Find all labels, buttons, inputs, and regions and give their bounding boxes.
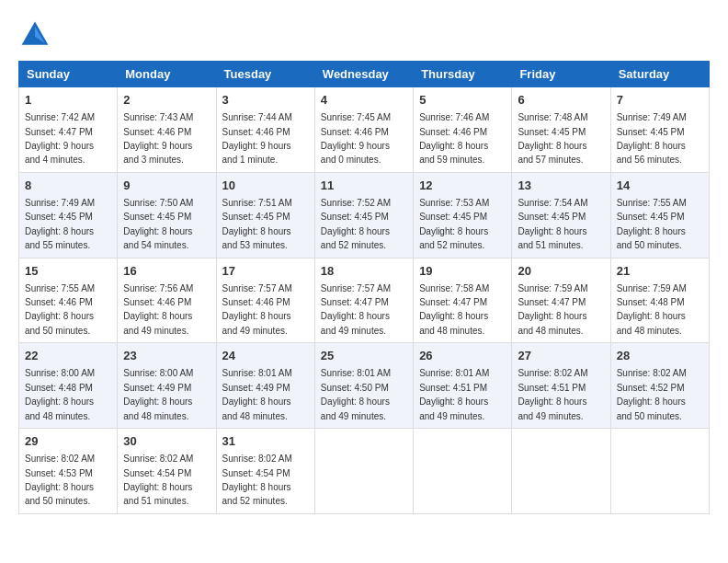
- calendar-cell: 25 Sunrise: 8:01 AMSunset: 4:50 PMDaylig…: [314, 343, 413, 429]
- day-number: 23: [123, 348, 210, 364]
- calendar-cell: 7 Sunrise: 7:49 AMSunset: 4:45 PMDayligh…: [610, 87, 709, 173]
- calendar-cell: 20 Sunrise: 7:59 AMSunset: 4:47 PMDaylig…: [512, 258, 610, 343]
- day-number: 1: [25, 92, 111, 109]
- day-info: Sunrise: 8:02 AMSunset: 4:54 PMDaylight:…: [222, 454, 292, 506]
- day-info: Sunrise: 8:01 AMSunset: 4:50 PMDaylight:…: [321, 368, 391, 420]
- calendar-cell: 9 Sunrise: 7:50 AMSunset: 4:45 PMDayligh…: [118, 172, 216, 258]
- day-number: 9: [123, 178, 210, 194]
- calendar-cell: 17 Sunrise: 7:57 AMSunset: 4:46 PMDaylig…: [216, 258, 314, 343]
- page-header: [18, 18, 710, 52]
- day-info: Sunrise: 8:01 AMSunset: 4:51 PMDaylight:…: [419, 368, 489, 420]
- column-header-sunday: Sunday: [19, 62, 118, 87]
- day-number: 13: [518, 178, 604, 194]
- day-info: Sunrise: 7:46 AMSunset: 4:46 PMDaylight:…: [419, 112, 489, 165]
- day-info: Sunrise: 7:55 AMSunset: 4:45 PMDaylight:…: [617, 198, 687, 250]
- calendar-cell: 18 Sunrise: 7:57 AMSunset: 4:47 PMDaylig…: [314, 258, 413, 343]
- day-number: 20: [518, 263, 604, 280]
- day-info: Sunrise: 7:48 AMSunset: 4:45 PMDaylight:…: [518, 112, 587, 165]
- calendar-cell: 12 Sunrise: 7:53 AMSunset: 4:45 PMDaylig…: [414, 172, 512, 258]
- day-number: 18: [321, 263, 407, 280]
- calendar-week-5: 29 Sunrise: 8:02 AMSunset: 4:53 PMDaylig…: [19, 429, 710, 514]
- day-info: Sunrise: 7:52 AMSunset: 4:45 PMDaylight:…: [321, 198, 391, 250]
- day-number: 22: [25, 348, 111, 364]
- calendar-cell: [512, 429, 610, 514]
- day-info: Sunrise: 7:49 AMSunset: 4:45 PMDaylight:…: [617, 112, 687, 165]
- calendar-table: SundayMondayTuesdayWednesdayThursdayFrid…: [18, 61, 710, 514]
- calendar-week-1: 1 Sunrise: 7:42 AMSunset: 4:47 PMDayligh…: [19, 87, 710, 173]
- calendar-cell: 27 Sunrise: 8:02 AMSunset: 4:51 PMDaylig…: [512, 343, 610, 429]
- calendar-cell: 1 Sunrise: 7:42 AMSunset: 4:47 PMDayligh…: [19, 87, 118, 173]
- day-number: 11: [321, 178, 407, 194]
- day-info: Sunrise: 7:42 AMSunset: 4:47 PMDaylight:…: [25, 112, 95, 165]
- calendar-cell: 19 Sunrise: 7:58 AMSunset: 4:47 PMDaylig…: [414, 258, 512, 343]
- day-info: Sunrise: 7:55 AMSunset: 4:46 PMDaylight:…: [25, 283, 95, 336]
- calendar-cell: 15 Sunrise: 7:55 AMSunset: 4:46 PMDaylig…: [19, 258, 118, 343]
- day-number: 16: [123, 263, 210, 280]
- day-number: 14: [617, 178, 703, 194]
- day-number: 8: [25, 178, 111, 194]
- day-info: Sunrise: 7:56 AMSunset: 4:46 PMDaylight:…: [123, 283, 193, 336]
- calendar-cell: 13 Sunrise: 7:54 AMSunset: 4:45 PMDaylig…: [512, 172, 610, 258]
- day-info: Sunrise: 7:57 AMSunset: 4:46 PMDaylight:…: [222, 283, 292, 336]
- column-header-tuesday: Tuesday: [216, 62, 314, 87]
- day-info: Sunrise: 7:54 AMSunset: 4:45 PMDaylight:…: [518, 198, 587, 250]
- column-header-saturday: Saturday: [610, 62, 709, 87]
- day-number: 21: [617, 263, 703, 280]
- calendar-cell: 16 Sunrise: 7:56 AMSunset: 4:46 PMDaylig…: [118, 258, 216, 343]
- column-header-monday: Monday: [118, 62, 216, 87]
- day-number: 15: [25, 263, 111, 280]
- day-number: 26: [419, 348, 506, 364]
- day-info: Sunrise: 7:50 AMSunset: 4:45 PMDaylight:…: [123, 198, 193, 250]
- calendar-week-2: 8 Sunrise: 7:49 AMSunset: 4:45 PMDayligh…: [19, 172, 710, 258]
- calendar-cell: 3 Sunrise: 7:44 AMSunset: 4:46 PMDayligh…: [216, 87, 314, 173]
- day-number: 17: [222, 263, 309, 280]
- day-info: Sunrise: 7:51 AMSunset: 4:45 PMDaylight:…: [222, 198, 292, 250]
- day-number: 27: [518, 348, 604, 364]
- day-number: 5: [419, 92, 506, 109]
- calendar-cell: 6 Sunrise: 7:48 AMSunset: 4:45 PMDayligh…: [512, 87, 610, 173]
- column-header-wednesday: Wednesday: [314, 62, 413, 87]
- day-number: 31: [222, 433, 309, 450]
- calendar-cell: 24 Sunrise: 8:01 AMSunset: 4:49 PMDaylig…: [216, 343, 314, 429]
- day-number: 28: [617, 348, 703, 364]
- calendar-cell: 30 Sunrise: 8:02 AMSunset: 4:54 PMDaylig…: [118, 429, 216, 514]
- day-number: 10: [222, 178, 309, 194]
- day-info: Sunrise: 8:02 AMSunset: 4:53 PMDaylight:…: [25, 454, 95, 506]
- day-info: Sunrise: 7:53 AMSunset: 4:45 PMDaylight:…: [419, 198, 489, 250]
- day-info: Sunrise: 7:49 AMSunset: 4:45 PMDaylight:…: [25, 198, 95, 250]
- day-info: Sunrise: 8:00 AMSunset: 4:49 PMDaylight:…: [123, 368, 193, 420]
- day-info: Sunrise: 8:00 AMSunset: 4:48 PMDaylight:…: [25, 368, 95, 420]
- day-info: Sunrise: 7:43 AMSunset: 4:46 PMDaylight:…: [123, 112, 193, 165]
- calendar-week-3: 15 Sunrise: 7:55 AMSunset: 4:46 PMDaylig…: [19, 258, 710, 343]
- calendar-cell: 26 Sunrise: 8:01 AMSunset: 4:51 PMDaylig…: [414, 343, 512, 429]
- logo-icon: [18, 18, 51, 52]
- calendar-cell: 23 Sunrise: 8:00 AMSunset: 4:49 PMDaylig…: [118, 343, 216, 429]
- day-info: Sunrise: 8:01 AMSunset: 4:49 PMDaylight:…: [222, 368, 292, 420]
- calendar-cell: [414, 429, 512, 514]
- logo: [18, 18, 55, 52]
- day-info: Sunrise: 7:59 AMSunset: 4:48 PMDaylight:…: [617, 283, 687, 336]
- calendar-cell: 14 Sunrise: 7:55 AMSunset: 4:45 PMDaylig…: [610, 172, 709, 258]
- calendar-cell: 22 Sunrise: 8:00 AMSunset: 4:48 PMDaylig…: [19, 343, 118, 429]
- calendar-cell: 10 Sunrise: 7:51 AMSunset: 4:45 PMDaylig…: [216, 172, 314, 258]
- calendar-week-4: 22 Sunrise: 8:00 AMSunset: 4:48 PMDaylig…: [19, 343, 710, 429]
- column-header-friday: Friday: [512, 62, 610, 87]
- day-number: 2: [123, 92, 210, 109]
- calendar-cell: 29 Sunrise: 8:02 AMSunset: 4:53 PMDaylig…: [19, 429, 118, 514]
- day-info: Sunrise: 7:44 AMSunset: 4:46 PMDaylight:…: [222, 112, 292, 165]
- day-number: 24: [222, 348, 309, 364]
- calendar-cell: 4 Sunrise: 7:45 AMSunset: 4:46 PMDayligh…: [314, 87, 413, 173]
- calendar-cell: 31 Sunrise: 8:02 AMSunset: 4:54 PMDaylig…: [216, 429, 314, 514]
- calendar-cell: 11 Sunrise: 7:52 AMSunset: 4:45 PMDaylig…: [314, 172, 413, 258]
- calendar-body: 1 Sunrise: 7:42 AMSunset: 4:47 PMDayligh…: [19, 87, 710, 514]
- day-info: Sunrise: 8:02 AMSunset: 4:51 PMDaylight:…: [518, 368, 587, 420]
- day-info: Sunrise: 8:02 AMSunset: 4:54 PMDaylight:…: [123, 454, 193, 506]
- day-info: Sunrise: 7:45 AMSunset: 4:46 PMDaylight:…: [321, 112, 391, 165]
- calendar-cell: [314, 429, 413, 514]
- day-number: 7: [617, 92, 703, 109]
- day-number: 25: [321, 348, 407, 364]
- calendar-cell: [610, 429, 709, 514]
- day-number: 12: [419, 178, 506, 194]
- day-number: 30: [123, 433, 210, 450]
- day-number: 6: [518, 92, 604, 109]
